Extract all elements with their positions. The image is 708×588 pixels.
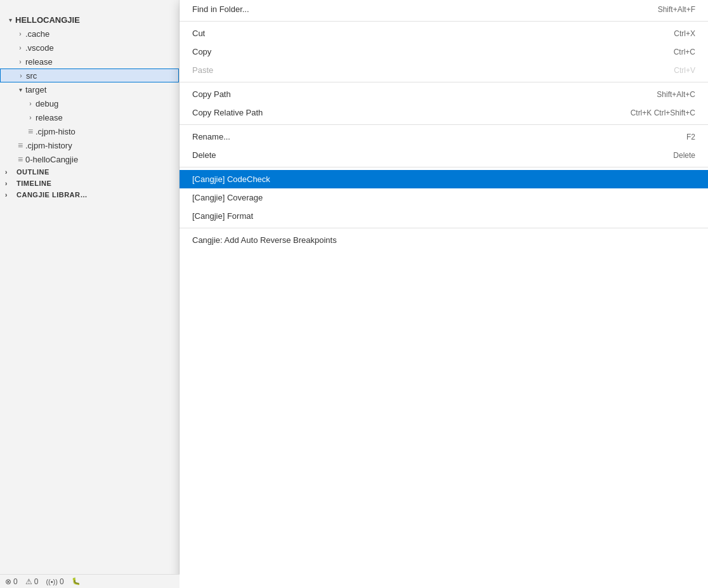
menu-label-copy: Copy: [192, 47, 648, 56]
section-timeline[interactable]: ›TIMELINE: [0, 178, 179, 189]
tree-item-debug[interactable]: ›debug: [0, 96, 179, 110]
tree-arrow-release-top: ›: [15, 58, 25, 65]
error-count[interactable]: ⊗ 0: [5, 577, 18, 586]
error-icon: ⊗: [5, 577, 11, 586]
section-arrow-timeline: ›: [5, 180, 15, 187]
explorer-header: [0, 0, 179, 13]
menu-shortcut-rename: F2: [686, 133, 695, 141]
menu-divider: [180, 124, 708, 125]
menu-shortcut-cut: Ctrl+X: [674, 29, 695, 38]
section-label-cangjie-library: CANGJIE LIBRAR…: [16, 191, 88, 199]
menu-item-codecheck[interactable]: [Cangjie] CodeCheck: [180, 170, 708, 188]
menu-label-cut: Cut: [192, 29, 648, 38]
menu-shortcut-copy-path: Shift+Alt+C: [657, 90, 695, 99]
tree-item-release-nested[interactable]: ›release: [0, 110, 179, 124]
section-arrow-cangjie-library: ›: [5, 192, 15, 199]
menu-item-rename[interactable]: Rename...F2: [180, 127, 708, 146]
menu-item-format[interactable]: [Cangjie] Format: [180, 207, 708, 225]
section-outline[interactable]: ›OUTLINE: [0, 166, 179, 178]
menu-item-auto-reverse-breakpoints[interactable]: Cangjie: Add Auto Reverse Breakpoints: [180, 231, 708, 249]
tree-arrow-vscode: ›: [15, 44, 25, 51]
tree-label-vscode: .vscode: [25, 43, 54, 53]
section-arrow-outline: ›: [5, 169, 15, 176]
tree-label-release-top: release: [25, 57, 53, 67]
warning-icon: ⚠: [25, 577, 32, 586]
menu-divider: [180, 82, 708, 82]
menu-divider: [180, 21, 708, 22]
tree-label-hello-cangjie: 0-helloCangjie: [25, 155, 78, 164]
section-label-timeline: TIMELINE: [16, 180, 51, 187]
tree-item-src[interactable]: ›src: [0, 69, 179, 82]
menu-shortcut-delete: Delete: [673, 151, 695, 160]
menu-item-find-in-folder[interactable]: Find in Folder...Shift+Alt+F: [180, 0, 708, 18]
menu-item-coverage[interactable]: [Cangjie] Coverage: [180, 188, 708, 207]
menu-label-copy-path: Copy Path: [192, 89, 631, 99]
menu-label-coverage: [Cangjie] Coverage: [192, 193, 695, 202]
tree-arrow-hellocangjie: ▾: [5, 16, 15, 23]
menu-label-find-in-folder: Find in Folder...: [192, 4, 633, 14]
debug-status[interactable]: 🐛: [72, 577, 81, 585]
tree-arrow-cjpm-history-2: ≡: [15, 140, 25, 150]
status-bar: ⊗ 0 ⚠ 0 ((•)) 0 🐛: [0, 574, 180, 588]
error-count-label: 0: [13, 577, 18, 586]
tree-arrow-cache: ›: [15, 30, 25, 37]
context-menu: Find in Folder...Shift+Alt+FCutCtrl+XCop…: [180, 0, 708, 588]
menu-label-format: [Cangjie] Format: [192, 211, 695, 221]
tree-item-cjpm-history-2[interactable]: ≡.cjpm-history: [0, 138, 179, 152]
menu-item-copy-path[interactable]: Copy PathShift+Alt+C: [180, 85, 708, 103]
menu-shortcut-find-in-folder: Shift+Alt+F: [658, 5, 695, 14]
section-label-outline: OUTLINE: [16, 168, 49, 176]
menu-divider: [180, 228, 708, 228]
debug-icon: 🐛: [72, 577, 81, 585]
warning-count[interactable]: ⚠ 0: [25, 577, 39, 586]
menu-shortcut-copy-relative-path: Ctrl+K Ctrl+Shift+C: [631, 108, 695, 117]
tree-label-src: src: [26, 71, 37, 81]
tree-label-release-nested: release: [36, 113, 63, 122]
signal-icon: ((•)): [46, 578, 58, 585]
menu-label-copy-relative-path: Copy Relative Path: [192, 108, 605, 117]
tree-label-debug: debug: [36, 99, 58, 108]
menu-item-delete[interactable]: DeleteDelete: [180, 146, 708, 164]
tree-item-cjpm-histo-1[interactable]: ≡.cjpm-histo: [0, 124, 179, 138]
menu-shortcut-paste: Ctrl+V: [674, 66, 695, 75]
tree-label-cjpm-history-2: .cjpm-history: [25, 141, 72, 150]
menu-label-auto-reverse-breakpoints: Cangjie: Add Auto Reverse Breakpoints: [192, 235, 695, 245]
menu-label-paste: Paste: [192, 65, 648, 75]
tree-item-hellocangjie[interactable]: ▾HELLOCANGJIE: [0, 13, 179, 27]
tree-arrow-hello-cangjie: ≡: [15, 154, 25, 164]
menu-item-copy-relative-path[interactable]: Copy Relative PathCtrl+K Ctrl+Shift+C: [180, 103, 708, 122]
tree-item-release-top[interactable]: ›release: [0, 55, 179, 69]
tree-arrow-release-nested: ›: [25, 114, 36, 121]
file-tree: ▾HELLOCANGJIE›.cache›.vscode›release›src…: [0, 13, 179, 588]
signal-count-label: 0: [60, 577, 64, 586]
tree-item-target[interactable]: ▾target: [0, 82, 179, 96]
tree-label-cjpm-histo-1: .cjpm-histo: [36, 127, 75, 136]
menu-label-delete: Delete: [192, 150, 648, 160]
tree-label-hellocangjie: HELLOCANGJIE: [15, 15, 80, 25]
sidebar: ▾HELLOCANGJIE›.cache›.vscode›release›src…: [0, 0, 180, 588]
menu-divider: [180, 167, 708, 167]
menu-label-rename: Rename...: [192, 132, 661, 141]
tree-arrow-src: ›: [16, 72, 26, 79]
menu-shortcut-copy: Ctrl+C: [674, 48, 695, 56]
tree-item-hello-cangjie[interactable]: ≡0-helloCangjie: [0, 152, 179, 166]
tree-item-cache[interactable]: ›.cache: [0, 27, 179, 41]
menu-item-copy[interactable]: CopyCtrl+C: [180, 42, 708, 61]
warning-count-label: 0: [34, 577, 39, 586]
tree-arrow-cjpm-histo-1: ≡: [25, 126, 36, 136]
section-cangjie-library[interactable]: ›CANGJIE LIBRAR…: [0, 189, 179, 200]
signal-count[interactable]: ((•)) 0: [46, 577, 63, 586]
menu-item-paste: PasteCtrl+V: [180, 61, 708, 79]
menu-label-codecheck: [Cangjie] CodeCheck: [192, 174, 695, 184]
tree-arrow-target: ▾: [15, 86, 25, 93]
tree-arrow-debug: ›: [25, 100, 36, 107]
tree-label-target: target: [25, 85, 46, 95]
menu-item-cut[interactable]: CutCtrl+X: [180, 24, 708, 42]
tree-item-vscode[interactable]: ›.vscode: [0, 41, 179, 55]
tree-label-cache: .cache: [25, 29, 49, 39]
